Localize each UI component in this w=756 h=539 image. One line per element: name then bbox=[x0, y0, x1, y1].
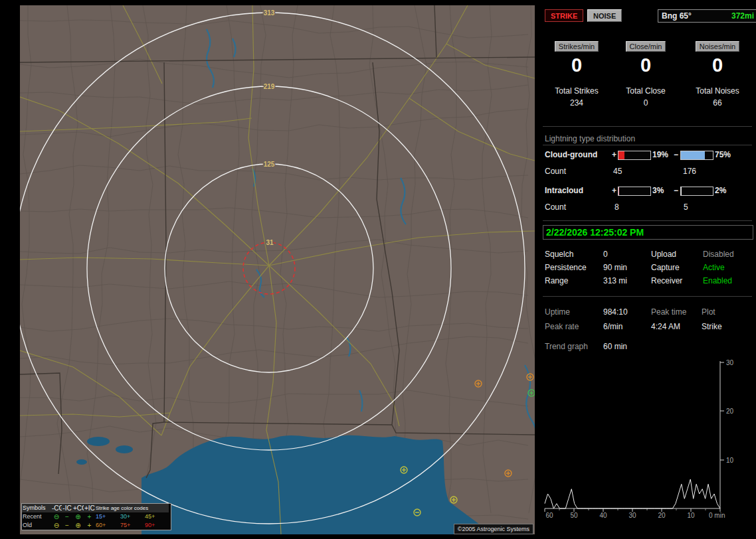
receiver-label: Receiver bbox=[651, 276, 682, 285]
map-svg: 313 219 125 31 bbox=[20, 5, 535, 534]
rates-row: 0 0 0 bbox=[541, 54, 756, 77]
capture-label: Capture bbox=[651, 263, 680, 272]
squelch-label: Squelch bbox=[545, 250, 573, 259]
recent-neg-cg-icon: ⊖ bbox=[51, 512, 62, 521]
recent-neg-ic-icon: − bbox=[62, 512, 72, 521]
x-tick-0min: 0 min bbox=[709, 512, 725, 519]
y-tick-30: 30 bbox=[726, 359, 734, 366]
stats-row-1: Uptime 984:10 Peak time Plot bbox=[541, 307, 756, 319]
separator bbox=[543, 126, 752, 127]
y-tick-20: 20 bbox=[726, 408, 734, 415]
legend-age-header: Strike age color codes bbox=[95, 504, 169, 512]
age-45: 45+ bbox=[144, 512, 169, 521]
trend-line bbox=[545, 479, 720, 508]
cloud-ground-label: Cloud-ground bbox=[545, 150, 597, 159]
neg-ic-bar-fill bbox=[681, 187, 682, 195]
persistence-value: 90 min bbox=[603, 263, 627, 272]
ic-count-row: Count 8 5 bbox=[541, 202, 756, 214]
trend-graph-label: Trend graph bbox=[545, 342, 588, 351]
datetime-display: 2/22/2026 12:25:02 PM bbox=[543, 225, 753, 240]
peak-rate-label: Peak rate bbox=[545, 322, 579, 331]
close-per-min-value: 0 bbox=[611, 54, 681, 76]
neg-ic-bar bbox=[680, 187, 713, 196]
ring-label-313: 313 bbox=[264, 9, 275, 17]
plus-sign: + bbox=[612, 150, 616, 159]
persistence-label: Persistence bbox=[545, 263, 587, 272]
count-label: Count bbox=[545, 202, 566, 212]
strike-mode-button[interactable]: STRIKE bbox=[545, 9, 583, 22]
pos-ic-count: 8 bbox=[614, 202, 619, 212]
graph-tick-labels: 30 20 10 60 50 40 30 20 10 0 min bbox=[545, 359, 733, 519]
x-tick-50: 50 bbox=[570, 512, 578, 519]
total-close-value: 0 bbox=[611, 98, 681, 108]
noises-per-min-button[interactable]: Noises/min bbox=[696, 41, 739, 52]
pos-cg-pct: 19% bbox=[652, 150, 668, 159]
neg-cg-bar bbox=[680, 151, 713, 160]
totals-values-row: 234 0 66 bbox=[541, 98, 756, 110]
legend-col-neg-ic: -IC bbox=[62, 504, 72, 512]
neg-ic-count: 5 bbox=[684, 202, 688, 212]
trend-graph-svg: 30 20 10 60 50 40 30 20 10 0 min bbox=[541, 356, 756, 528]
total-strikes-value: 234 bbox=[541, 98, 612, 108]
separator bbox=[543, 220, 752, 221]
ring-label-125: 125 bbox=[264, 161, 275, 168]
strike-map[interactable]: 313 219 125 31 Symbols -CG -IC +CG +IC S… bbox=[20, 5, 535, 534]
age-75: 75+ bbox=[120, 521, 144, 530]
recent-pos-cg-icon: ⊕ bbox=[72, 512, 84, 521]
squelch-value: 0 bbox=[603, 250, 608, 259]
x-tick-40: 40 bbox=[599, 512, 607, 519]
legend-col-pos-cg: +CG bbox=[72, 504, 84, 512]
legend-row-recent-label: Recent bbox=[22, 512, 51, 521]
settings-row-3: Range 313 mi Receiver Enabled bbox=[541, 276, 756, 288]
uptime-label: Uptime bbox=[545, 307, 570, 317]
totals-labels-row: Total Strikes Total Close Total Noises bbox=[541, 86, 756, 98]
trend-window-value: 60 min bbox=[603, 342, 627, 351]
pos-ic-bar bbox=[618, 187, 651, 196]
cloud-ground-row: Cloud-ground + 19% − 75% bbox=[541, 150, 756, 162]
stats-row-2: Peak rate 6/min 4:24 AM Strike bbox=[541, 322, 756, 334]
x-tick-30: 30 bbox=[628, 512, 636, 519]
separator bbox=[543, 145, 752, 145]
old-neg-ic-icon: − bbox=[62, 521, 72, 530]
pos-ic-pct: 3% bbox=[652, 186, 664, 195]
noises-per-min-value: 0 bbox=[682, 54, 753, 76]
age-15: 15+ bbox=[95, 512, 120, 521]
count-label: Count bbox=[545, 167, 566, 176]
trend-graph: 30 20 10 60 50 40 30 20 10 0 min bbox=[541, 356, 756, 528]
copyright-badge: ©2005 Astrogenic Systems bbox=[454, 524, 533, 534]
plot-label: Plot bbox=[702, 307, 715, 317]
peak-time-label: Peak time bbox=[651, 307, 686, 317]
minus-sign: − bbox=[674, 186, 678, 195]
close-per-min-button[interactable]: Close/min bbox=[626, 41, 666, 52]
bearing-label: Bng 65° bbox=[662, 11, 692, 21]
intracloud-row: Intracloud + 3% − 2% bbox=[541, 186, 756, 198]
legend-row-old-label: Old bbox=[22, 521, 51, 530]
ring-label-219: 219 bbox=[264, 83, 275, 90]
receiver-status: Enabled bbox=[703, 276, 732, 285]
status-panel: STRIKE NOISE Bng 65° 372mi Strikes/min C… bbox=[541, 5, 756, 534]
capture-status: Active bbox=[703, 263, 725, 272]
noise-mode-button[interactable]: NOISE bbox=[587, 9, 622, 22]
upload-status: Disabled bbox=[703, 250, 734, 259]
separator bbox=[543, 296, 752, 297]
neg-cg-pct: 75% bbox=[715, 150, 731, 159]
neg-cg-bar-fill bbox=[681, 151, 705, 159]
intracloud-label: Intracloud bbox=[545, 186, 583, 195]
total-close-label: Total Close bbox=[611, 86, 681, 96]
pos-cg-bar-fill bbox=[618, 151, 624, 159]
recent-pos-ic-icon: + bbox=[84, 512, 95, 521]
uptime-value: 984:10 bbox=[603, 307, 628, 317]
x-tick-60: 60 bbox=[545, 512, 553, 519]
neg-cg-count: 176 bbox=[683, 167, 696, 176]
total-noises-label: Total Noises bbox=[682, 86, 753, 96]
upload-label: Upload bbox=[651, 250, 676, 259]
neg-ic-pct: 2% bbox=[715, 186, 726, 195]
strikes-per-min-button[interactable]: Strikes/min bbox=[555, 41, 599, 52]
plus-sign: + bbox=[612, 186, 616, 195]
x-tick-10: 10 bbox=[687, 512, 695, 519]
y-tick-10: 10 bbox=[726, 457, 734, 464]
pos-cg-count: 45 bbox=[613, 167, 622, 176]
pos-cg-bar bbox=[618, 151, 651, 160]
ring-label-31: 31 bbox=[266, 239, 274, 246]
peak-time-value: 4:24 AM bbox=[651, 322, 680, 331]
